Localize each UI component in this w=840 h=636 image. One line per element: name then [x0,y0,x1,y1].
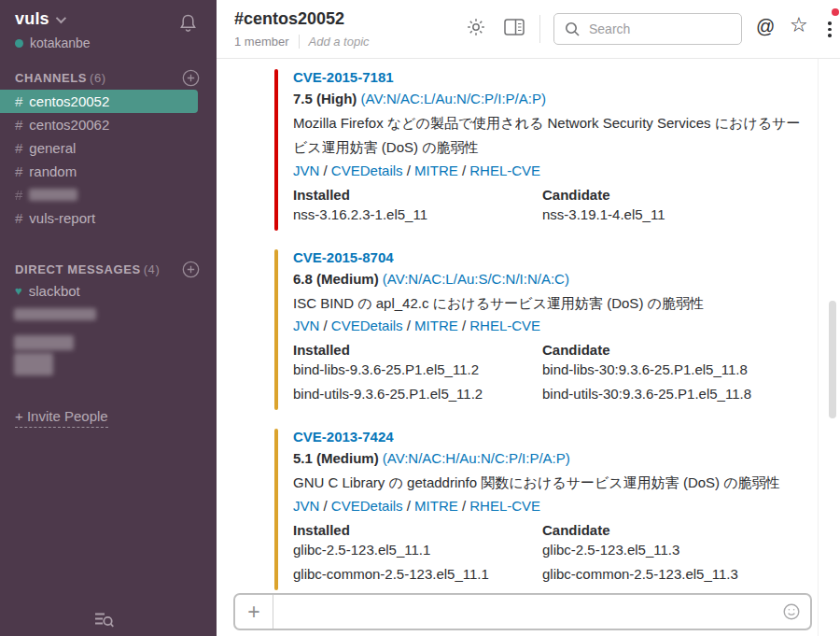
channel-list: # centos20052 # centos20062 # general # … [0,90,217,230]
reference-links: JVN / CVEDetails / MITRE / RHEL-CVE [293,498,806,514]
hash-icon: # [15,90,22,113]
reference-link[interactable]: JVN [293,318,319,333]
reference-link[interactable]: CVEDetails [331,318,403,333]
reference-link[interactable]: MITRE [414,163,458,178]
sidebar-item-slackbot[interactable]: ♥ slackbot [0,279,217,303]
sidebar-item-centos20052[interactable]: # centos20052 [0,90,198,113]
dm-count: (4) [144,262,161,276]
reference-link[interactable]: RHEL-CVE [469,163,540,178]
cvss-vector-link[interactable]: (AV:N/AC:L/Au:N/C:P/I:P/A:P) [361,91,546,106]
cvss-vector-link[interactable]: (AV:N/AC:H/Au:N/C:P/I:P/A:P) [383,450,570,466]
channel-header: #centos20052 1 member Add a topic Sea [217,0,840,59]
sidebar-item-redacted-channel[interactable]: # [0,183,217,206]
dm-list: ♥ slackbot [0,279,217,375]
attach-file-button[interactable]: + [235,595,273,629]
cvss-score: 5.1 (Medium) [293,450,379,466]
hash-icon: # [15,206,22,230]
field-label-candidate: Candidate [542,522,806,538]
channel-name: vuls-report [29,206,95,230]
more-options-icon[interactable] [826,20,833,39]
attachment-content: CVE-2013-74245.1 (Medium) (AV:N/AC:H/Au:… [278,429,806,590]
attachment-content: CVE-2015-71817.5 (High) (AV:N/AC:L/Au:N/… [278,69,806,231]
add-channel-icon[interactable] [182,69,200,87]
link-separator: / [458,498,470,514]
package-version: nss-3.19.1-4.el5_11 [542,206,806,222]
attachment-content: CVE-2015-87046.8 (Medium) (AV:N/AC:L/Au:… [278,249,806,411]
link-separator: / [319,498,331,514]
channels-section-label: CHANNELS(6) [15,71,106,85]
reference-link[interactable]: JVN [293,163,319,178]
cve-title-link[interactable]: CVE-2015-7181 [293,69,394,85]
field-label-installed: Installed [293,342,542,358]
dm-section-label: DIRECT MESSAGES(4) [15,262,160,276]
field-label-installed: Installed [293,187,542,203]
reference-link[interactable]: CVEDetails [331,163,403,178]
reference-links: JVN / CVEDetails / MITRE / RHEL-CVE [293,318,806,333]
cve-description: ISC BIND の apl_42.c におけるサービス運用妨害 (DoS) の… [293,291,806,316]
package-version: bind-libs-9.3.6-25.P1.el5_11.2 [293,361,542,377]
installed-field: Installednss-3.16.2.3-1.el5_11 [293,187,542,231]
reference-link[interactable]: MITRE [414,318,458,333]
redacted-dm-name [14,353,53,375]
channel-list-search-icon[interactable] [93,610,116,629]
sidebar-item-random[interactable]: # random [0,160,217,183]
installed-field: Installedglibc-2.5-123.el5_11.1glibc-com… [293,522,542,590]
cve-title-link[interactable]: CVE-2013-7424 [293,429,394,445]
search-placeholder: Search [589,21,630,36]
sidebar-item-vuls-report[interactable]: # vuls-report [0,206,217,230]
gear-icon[interactable] [466,17,486,37]
link-separator: / [403,163,415,178]
channel-name: random [29,160,77,183]
add-topic-link[interactable]: Add a topic [309,35,370,49]
reference-link[interactable]: RHEL-CVE [469,498,540,514]
cvss-score: 7.5 (High) [293,91,357,106]
search-input[interactable]: Search [553,13,742,45]
scrollbar-thumb[interactable] [829,301,836,418]
heart-icon: ♥ [15,279,22,303]
team-name: vuls [15,9,49,29]
channels-count: (6) [90,71,106,85]
bell-icon[interactable] [178,13,198,34]
message-input[interactable] [273,595,782,629]
invite-people-link[interactable]: + Invite People [15,408,108,428]
notification-dot [832,8,839,16]
redacted-dm-name [14,308,96,320]
sidebar-item-centos20062[interactable]: # centos20062 [0,113,217,136]
mentions-icon[interactable]: @ [756,16,775,37]
hash-icon: # [15,160,22,183]
reference-link[interactable]: MITRE [414,498,458,514]
reference-link[interactable]: JVN [293,498,319,514]
sidebar-item-redacted-dm[interactable] [0,303,217,326]
link-separator: / [458,318,470,333]
starred-items-icon[interactable]: ☆ [790,13,808,37]
link-separator: / [458,163,470,178]
cvss-score-line: 6.8 (Medium) (AV:N/AC:L/Au:S/C:N/I:N/A:C… [293,271,806,287]
cve-title-link[interactable]: CVE-2015-8704 [293,249,394,265]
attachment-fields: Installedbind-libs-9.3.6-25.P1.el5_11.2b… [293,342,806,410]
cve-description: GNU C Library の getaddrinfo 関数におけるサービス運用… [293,471,806,495]
add-dm-icon[interactable] [182,261,200,278]
package-version: bind-utils-9.3.6-25.P1.el5_11.2 [293,386,542,402]
team-menu[interactable]: vuls [15,9,91,29]
reference-link[interactable]: CVEDetails [331,498,403,514]
package-version: glibc-common-2.5-123.el5_11.1 [293,566,542,582]
current-user[interactable]: kotakanbe [15,35,91,50]
reference-link[interactable]: RHEL-CVE [469,318,540,333]
cvss-score-line: 5.1 (Medium) (AV:N/AC:H/Au:N/C:P/I:P/A:P… [293,450,806,466]
package-version: glibc-2.5-123.el5_11.1 [293,542,542,558]
channel-details-icon[interactable] [503,17,525,37]
package-version: nss-3.16.2.3-1.el5_11 [293,206,542,222]
attachment-fields: Installedglibc-2.5-123.el5_11.1glibc-com… [293,522,806,590]
field-label-installed: Installed [293,522,542,538]
sidebar-item-redacted-dm[interactable] [14,335,217,375]
emoji-picker-icon[interactable] [782,595,810,629]
cvss-vector-link[interactable]: (AV:N/AC:L/Au:S/C:N/I:N/A:C) [383,271,569,287]
package-version: bind-libs-30:9.3.6-25.P1.el5_11.8 [542,361,806,377]
message-attachment: CVE-2015-87046.8 (Medium) (AV:N/AC:L/Au:… [274,249,840,411]
sidebar-item-general[interactable]: # general [0,136,217,160]
cve-description: Mozilla Firefox などの製品で使用される Network Secu… [293,111,806,160]
hash-icon: # [15,183,22,206]
member-count[interactable]: 1 member [234,35,289,49]
channel-name: general [29,136,76,160]
divider [299,35,300,49]
